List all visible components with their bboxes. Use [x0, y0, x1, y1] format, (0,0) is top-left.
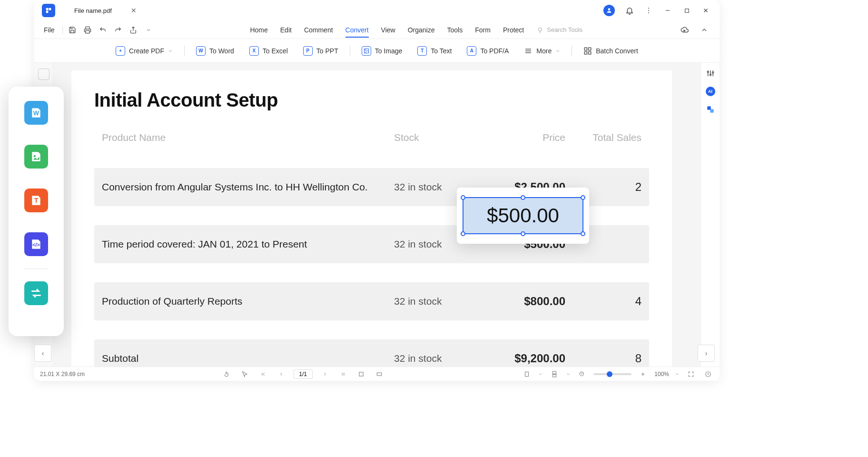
svg-rect-20: [584, 51, 587, 54]
select-tool-icon[interactable]: [239, 368, 251, 380]
menu-tools[interactable]: Tools: [447, 26, 463, 34]
header-price: Price: [470, 132, 565, 143]
to-word-button[interactable]: WTo Word: [192, 44, 238, 58]
more-label: More: [536, 47, 552, 55]
menu-convert[interactable]: Convert: [345, 26, 369, 38]
maximize-icon[interactable]: [682, 6, 691, 15]
zoom-out-icon[interactable]: [576, 368, 588, 380]
cloud-upload-icon[interactable]: [679, 24, 690, 36]
shortcut-image-icon[interactable]: [24, 145, 48, 169]
to-image-button[interactable]: To Image: [358, 44, 406, 58]
to-image-label: To Image: [375, 47, 403, 55]
kebab-menu-icon[interactable]: [644, 6, 653, 15]
last-page-icon[interactable]: [337, 368, 349, 380]
svg-point-5: [648, 10, 649, 11]
header-total-sales: Total Sales: [565, 132, 641, 143]
translate-icon[interactable]: [706, 105, 715, 114]
title-bar: File name.pdf ✕: [34, 0, 720, 21]
resize-handle[interactable]: [461, 231, 465, 236]
svg-text:</>: </>: [32, 242, 40, 248]
expand-right-icon[interactable]: ›: [698, 345, 715, 362]
search-tools-placeholder: Search Tools: [547, 26, 582, 33]
svg-text:W: W: [33, 109, 39, 117]
minimize-icon[interactable]: [663, 6, 672, 15]
page-nav: [85, 368, 521, 380]
create-pdf-button[interactable]: + Create PDF: [112, 44, 177, 58]
undo-icon[interactable]: [97, 24, 108, 36]
resize-handle[interactable]: [521, 231, 525, 236]
menu-form[interactable]: Form: [475, 26, 491, 34]
header-product-name: Product Name: [102, 132, 394, 143]
close-window-icon[interactable]: [701, 6, 710, 15]
zoom-thumb[interactable]: [607, 371, 612, 377]
cell-name: Time period covered: JAN 01, 2021 to Pre…: [102, 238, 394, 250]
read-mode-icon[interactable]: [702, 368, 714, 380]
resize-handle[interactable]: [521, 195, 525, 200]
cell-price: $800.00: [470, 295, 565, 308]
svg-point-6: [648, 12, 649, 13]
menu-home[interactable]: Home: [250, 26, 267, 34]
resize-handle[interactable]: [581, 195, 585, 200]
document-tab[interactable]: File name.pdf ✕: [69, 2, 142, 19]
chevron-down-icon: [555, 49, 560, 53]
cell-sales: 8: [565, 352, 641, 365]
prev-page-icon[interactable]: [276, 368, 287, 380]
resize-handle[interactable]: [461, 195, 465, 200]
svg-rect-34: [553, 374, 556, 377]
shortcut-word-icon[interactable]: W: [24, 101, 48, 125]
thumbnail-panel-icon[interactable]: [38, 69, 49, 80]
hand-tool-icon[interactable]: [221, 368, 233, 380]
share-icon[interactable]: [128, 24, 139, 36]
shortcut-text-icon[interactable]: T: [24, 189, 48, 212]
cell-stock: 32 in stock: [394, 296, 470, 307]
close-tab-icon[interactable]: ✕: [131, 7, 137, 14]
ai-badge-icon[interactable]: AI: [706, 87, 715, 96]
menu-comment[interactable]: Comment: [304, 26, 333, 34]
bell-icon[interactable]: [625, 6, 634, 15]
fit-page-icon[interactable]: [355, 368, 367, 380]
collapse-icon[interactable]: [699, 24, 710, 36]
next-page-icon[interactable]: [319, 368, 331, 380]
resize-handle[interactable]: [581, 231, 585, 236]
menu-view[interactable]: View: [381, 26, 395, 34]
to-pdfa-button[interactable]: ATo PDF/A: [463, 44, 513, 58]
image-icon: [362, 46, 371, 56]
shortcut-batch-icon[interactable]: [24, 281, 48, 305]
page-number-input[interactable]: [294, 369, 313, 379]
pdfa-icon: A: [467, 46, 476, 56]
search-tools[interactable]: Search Tools: [536, 26, 582, 34]
to-ppt-label: To PPT: [316, 47, 338, 55]
settings-sliders-icon[interactable]: [706, 69, 715, 78]
to-text-label: To Text: [431, 47, 452, 55]
more-button[interactable]: More: [520, 45, 564, 57]
menu-organize[interactable]: Organize: [408, 26, 435, 34]
batch-convert-button[interactable]: Batch Convert: [580, 45, 642, 57]
svg-rect-32: [525, 372, 529, 376]
user-avatar-icon[interactable]: [603, 5, 615, 16]
page-layout-icon[interactable]: [521, 368, 533, 380]
to-ppt-button[interactable]: PTo PPT: [299, 44, 342, 58]
fit-width-icon[interactable]: [374, 368, 385, 380]
cell-sales: 4: [565, 295, 641, 308]
zoom-in-icon[interactable]: [637, 368, 649, 380]
svg-point-12: [539, 28, 542, 31]
svg-point-14: [365, 50, 366, 50]
menu-edit[interactable]: Edit: [280, 26, 292, 34]
menu-protect[interactable]: Protect: [503, 26, 524, 34]
document-viewport[interactable]: Initial Account Setup Product Name Stock…: [53, 63, 700, 367]
zoom-slider[interactable]: [593, 373, 631, 375]
file-menu[interactable]: File: [40, 26, 59, 34]
collapse-left-icon[interactable]: ‹: [34, 345, 51, 362]
first-page-icon[interactable]: [257, 368, 269, 380]
to-text-button[interactable]: TTo Text: [414, 44, 455, 58]
scroll-mode-icon[interactable]: [549, 368, 560, 380]
save-icon[interactable]: [67, 24, 78, 36]
editable-text-field[interactable]: $500.00: [463, 197, 583, 234]
redo-icon[interactable]: [112, 24, 124, 36]
cell-stock: 32 in stock: [394, 353, 470, 364]
fullscreen-icon[interactable]: [685, 368, 697, 380]
print-icon[interactable]: [82, 24, 93, 36]
shortcut-html-icon[interactable]: </>: [24, 232, 48, 256]
chevron-down-icon[interactable]: [143, 24, 154, 36]
to-excel-button[interactable]: XTo Excel: [246, 44, 292, 58]
